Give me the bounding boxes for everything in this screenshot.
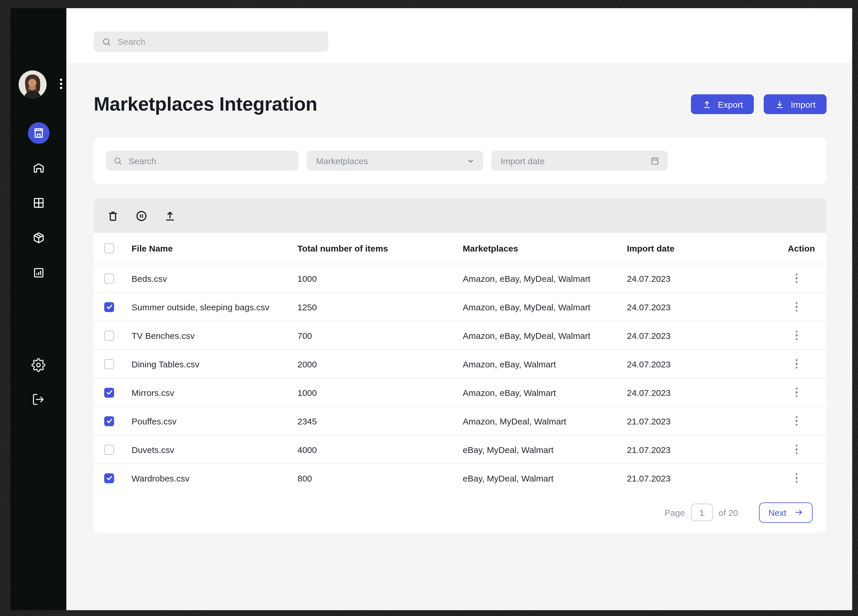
- select-all-checkbox[interactable]: [104, 243, 114, 253]
- row-checkbox[interactable]: [104, 330, 114, 340]
- import-date-cell: 24.07.2023: [627, 302, 751, 312]
- marketplaces-select[interactable]: Marketplaces: [307, 151, 483, 171]
- global-search-input[interactable]: Search: [94, 31, 328, 52]
- row-checkbox[interactable]: [104, 416, 114, 426]
- arrow-right-icon: [794, 508, 803, 517]
- bulk-actions-toolbar: [94, 199, 827, 233]
- sidebar-item-marketplaces[interactable]: [28, 122, 49, 144]
- marketplaces-select-placeholder: Marketplaces: [316, 156, 368, 166]
- import-date-cell: 24.07.2023: [627, 359, 751, 369]
- upload-icon: [163, 209, 176, 222]
- storefront-icon: [32, 126, 45, 140]
- sidebar-item-products[interactable]: [28, 227, 49, 249]
- sidebar-item-settings[interactable]: [30, 357, 47, 373]
- sidebar-item-analytics[interactable]: [28, 262, 49, 283]
- total-items-cell: 800: [297, 473, 463, 483]
- row-actions-kebab-icon[interactable]: [793, 300, 800, 314]
- import-date-cell: 21.07.2023: [627, 445, 751, 454]
- export-button[interactable]: Export: [691, 94, 754, 114]
- sidebar-item-logout[interactable]: [30, 391, 47, 408]
- file-name-cell: Beds.csv: [132, 273, 297, 283]
- next-label: Next: [768, 507, 786, 517]
- total-pages-label: of 20: [718, 507, 738, 517]
- row-actions-kebab-icon[interactable]: [793, 442, 800, 457]
- warehouse-icon: [32, 161, 45, 175]
- pause-circle-icon: [135, 209, 148, 222]
- column-header-marketplaces: Marketplaces: [463, 243, 627, 253]
- search-icon: [101, 36, 112, 47]
- trash-icon: [107, 209, 119, 222]
- marketplaces-cell: Amazon, eBay, MyDeal, Walmart: [463, 273, 627, 283]
- row-checkbox[interactable]: [104, 473, 114, 483]
- sidebar-item-dashboard[interactable]: [28, 192, 49, 214]
- page-number-input[interactable]: 1: [691, 504, 713, 521]
- file-name-cell: Wardrobes.csv: [132, 473, 297, 483]
- pause-button[interactable]: [135, 209, 148, 222]
- table-row: Beds.csv1000Amazon, eBay, MyDeal, Walmar…: [94, 264, 827, 292]
- marketplaces-cell: eBay, MyDeal, Walmart: [463, 473, 627, 483]
- row-actions-kebab-icon[interactable]: [793, 328, 800, 343]
- export-selected-button[interactable]: [163, 209, 176, 222]
- marketplaces-cell: Amazon, MyDeal, Walmart: [463, 416, 627, 426]
- row-actions-kebab-icon[interactable]: [793, 471, 800, 485]
- file-name-cell: Pouffes.csv: [132, 416, 297, 426]
- import-button[interactable]: Import: [764, 94, 827, 114]
- import-date-cell: 21.07.2023: [627, 473, 751, 483]
- page-label: Page: [664, 507, 685, 517]
- file-name-cell: Summer outside, sleeping bags.csv: [132, 302, 297, 312]
- download-icon: [775, 99, 785, 109]
- row-actions-kebab-icon[interactable]: [793, 271, 800, 286]
- column-header-action: Action: [751, 243, 815, 253]
- profile-menu-icon[interactable]: [60, 79, 62, 89]
- row-checkbox[interactable]: [104, 302, 114, 312]
- marketplaces-cell: Amazon, eBay, MyDeal, Walmart: [463, 302, 627, 312]
- column-header-file-name: File Name: [132, 243, 297, 253]
- row-checkbox[interactable]: [104, 359, 114, 369]
- marketplaces-cell: Amazon, eBay, Walmart: [463, 359, 627, 369]
- total-items-cell: 1250: [297, 302, 463, 312]
- import-date-cell: 24.07.2023: [627, 387, 751, 397]
- import-date-cell: 21.07.2023: [627, 416, 751, 426]
- total-items-cell: 2000: [297, 359, 463, 369]
- app-window: Search Marketplaces Integration Export I…: [11, 8, 852, 610]
- import-date-placeholder: Import date: [500, 156, 545, 166]
- row-checkbox[interactable]: [104, 445, 114, 454]
- import-date-cell: 24.07.2023: [627, 273, 751, 283]
- table-row: Dining Tables.csv2000Amazon, eBay, Walma…: [94, 349, 827, 378]
- import-label: Import: [791, 99, 816, 109]
- table-row: TV Benches.csv700Amazon, eBay, MyDeal, W…: [94, 321, 827, 349]
- package-icon: [32, 231, 45, 244]
- column-header-total-items: Total number of items: [297, 243, 463, 253]
- row-actions-kebab-icon[interactable]: [793, 414, 800, 428]
- next-page-button[interactable]: Next: [759, 502, 813, 523]
- sidebar: [11, 8, 66, 610]
- import-date-input[interactable]: Import date: [491, 151, 668, 171]
- row-actions-kebab-icon[interactable]: [793, 357, 800, 371]
- gear-icon: [31, 358, 45, 372]
- row-actions-kebab-icon[interactable]: [793, 386, 800, 400]
- table-search-input[interactable]: Search: [106, 151, 298, 171]
- total-items-cell: 2345: [297, 416, 463, 426]
- avatar[interactable]: [19, 70, 47, 98]
- main-area: Search Marketplaces Integration Export I…: [66, 8, 852, 610]
- sidebar-item-warehouse[interactable]: [28, 157, 49, 179]
- content: Marketplaces Integration Export Import: [66, 63, 852, 610]
- file-name-cell: Dining Tables.csv: [132, 359, 297, 369]
- page-title: Marketplaces Integration: [94, 93, 317, 115]
- delete-button[interactable]: [107, 209, 119, 222]
- logout-icon: [31, 392, 45, 406]
- sidebar-nav: [11, 122, 66, 283]
- total-items-cell: 1000: [297, 387, 463, 397]
- profile-section: [11, 70, 66, 98]
- upload-icon: [702, 99, 712, 109]
- marketplaces-cell: Amazon, eBay, Walmart: [463, 387, 627, 397]
- table-row: Pouffes.csv2345Amazon, MyDeal, Walmart21…: [94, 406, 827, 435]
- row-checkbox[interactable]: [104, 387, 114, 397]
- total-items-cell: 700: [297, 330, 463, 340]
- total-items-cell: 4000: [297, 445, 463, 454]
- table-row: Duvets.csv4000eBay, MyDeal, Walmart21.07…: [94, 435, 827, 464]
- import-date-cell: 24.07.2023: [627, 330, 751, 340]
- column-header-import-date: Import date: [627, 243, 751, 253]
- row-checkbox[interactable]: [104, 273, 114, 283]
- marketplaces-cell: Amazon, eBay, MyDeal, Walmart: [463, 330, 627, 340]
